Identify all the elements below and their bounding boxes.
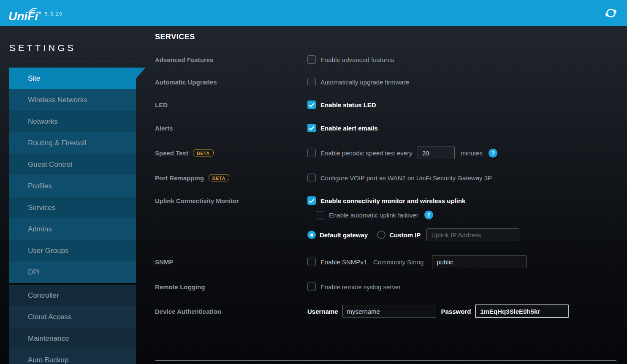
automatically-upgrade-firmware-checkbox-label: Automatically upgrade firmware [320,79,409,86]
top-bar: UniFi® 5.5.20 [0,0,627,26]
speed-test-label: Speed Test BETA [155,149,214,157]
check-icon [309,126,315,130]
sidebar-item-label: DPI [28,268,40,277]
enable-remote-syslog-checkbox-label: Enable remote syslog server [320,283,401,291]
speed-test-interval-input[interactable] [418,147,455,159]
led-label: LED [155,101,168,109]
uplink-failover-help-icon[interactable]: ? [424,211,433,220]
row-uplink-gateway: Default gateway Custom IP [0,228,627,242]
row-led: LED Enable status LED [0,98,627,111]
automatically-upgrade-firmware-checkbox[interactable] [307,78,316,86]
enable-snmpv1-checkbox[interactable] [307,258,316,266]
uplink-ip-address-input[interactable] [426,228,519,241]
row-remote-logging: Remote Logging Enable remote syslog serv… [0,280,627,293]
uplink-connectivity-monitor-label: Uplink Connectivity Monitor [155,197,239,204]
sidebar-item-auto-backup[interactable]: Auto Backup [9,349,136,364]
alerts-label: Alerts [155,125,173,132]
enable-automatic-uplink-failover-checkbox[interactable] [316,211,324,219]
settings-title: SETTINGS [9,43,76,54]
sidebar-group-controller: ControllerCloud AccessMaintenanceAuto Ba… [9,285,136,364]
port-remapping-label: Port Remapping BETA [155,174,229,182]
speed-test-label-text: Speed Test [155,149,188,157]
title-divider [155,47,627,47]
enable-connectivity-monitor-checkbox-label: Enable connectivity monitor and wireless… [320,197,465,204]
unifi-logo[interactable]: UniFi® [8,5,41,24]
enable-advanced-features-checkbox[interactable] [307,55,316,64]
custom-ip-radio-label: Custom IP [389,231,421,239]
unifi-controller-window: UniFi® 5.5.20 SETTINGS SiteWireless Netw… [0,0,627,364]
custom-ip-radio[interactable] [377,231,385,239]
beta-badge: BETA [209,174,229,182]
enable-status-led-checkbox-label: Enable status LED [320,101,376,109]
speed-test-help-icon[interactable]: ? [489,149,497,158]
sidebar-item-maintenance[interactable]: Maintenance [9,328,136,349]
row-speed-test: Speed Test BETA Enable periodic speed te… [0,147,627,159]
enable-snmpv1-checkbox-label: Enable SNMPv1 [320,258,367,266]
configure-voip-port-checkbox[interactable] [307,174,316,182]
row-alerts: Alerts Enable alert emails [0,122,627,134]
snmp-label: SNMP [155,258,173,266]
row-device-authentication: Device Authentication Username Password [0,304,627,318]
minutes-label: minutes [461,149,483,157]
row-uplink-failover: Enable automatic uplink failover ? [0,209,627,221]
enable-advanced-features-checkbox-label: Enable advanced features [320,56,394,63]
sidebar-item-label: Guest Control [28,160,72,169]
username-input[interactable] [342,305,436,318]
username-label: Username [307,308,338,315]
enable-remote-syslog-checkbox[interactable] [307,283,316,291]
enable-periodic-speed-test-checkbox[interactable] [307,149,316,157]
refresh-icon[interactable] [604,7,618,19]
enable-alert-emails-checkbox[interactable] [307,124,316,132]
enable-alert-emails-checkbox-label: Enable alert emails [320,125,378,132]
row-port-remapping: Port Remapping BETA Configure VOIP port … [0,171,627,184]
enable-periodic-speed-test-checkbox-label: Enable periodic speed test every [320,149,413,157]
enable-status-led-checkbox[interactable] [307,101,316,109]
enable-automatic-uplink-failover-checkbox-label: Enable automatic uplink failover [329,212,418,219]
password-label: Password [441,308,471,315]
default-gateway-radio[interactable] [307,231,316,239]
default-gateway-radio-label: Default gateway [320,231,368,239]
row-automatic-upgrades: Automatic Upgrades Automatically upgrade… [0,76,627,88]
sidebar-item-label: Auto Backup [28,356,68,364]
sidebar-item-label: Maintenance [28,334,69,343]
password-input[interactable] [475,304,569,318]
community-string-input[interactable] [432,255,527,268]
enable-connectivity-monitor-checkbox[interactable] [307,196,316,205]
bottom-divider [155,360,616,361]
configure-voip-port-checkbox-label: Configure VOIP port as WAN2 on UniFi Sec… [320,174,492,182]
device-authentication-label: Device Authentication [155,308,221,315]
page-title: SERVICES [155,33,195,41]
wifi-arcs-icon [28,7,39,13]
row-uplink-monitor: Uplink Connectivity Monitor Enable conne… [0,194,627,207]
check-icon [309,198,315,203]
row-advanced-features: Advanced Features Enable advanced featur… [0,53,627,66]
row-snmp: SNMP Enable SNMPv1 Community String [0,255,627,268]
port-remapping-label-text: Port Remapping [155,174,204,182]
remote-logging-label: Remote Logging [155,283,205,291]
beta-badge: BETA [193,149,214,157]
advanced-features-label: Advanced Features [155,56,213,63]
community-string-label: Community String [373,258,423,266]
version-label: 5.5.20 [45,11,63,16]
automatic-upgrades-label: Automatic Upgrades [155,79,217,86]
check-icon [309,103,315,107]
sidebar-item-label: Routing & Firewall [28,139,86,147]
sidebar-item-label: User Groups [28,247,68,255]
